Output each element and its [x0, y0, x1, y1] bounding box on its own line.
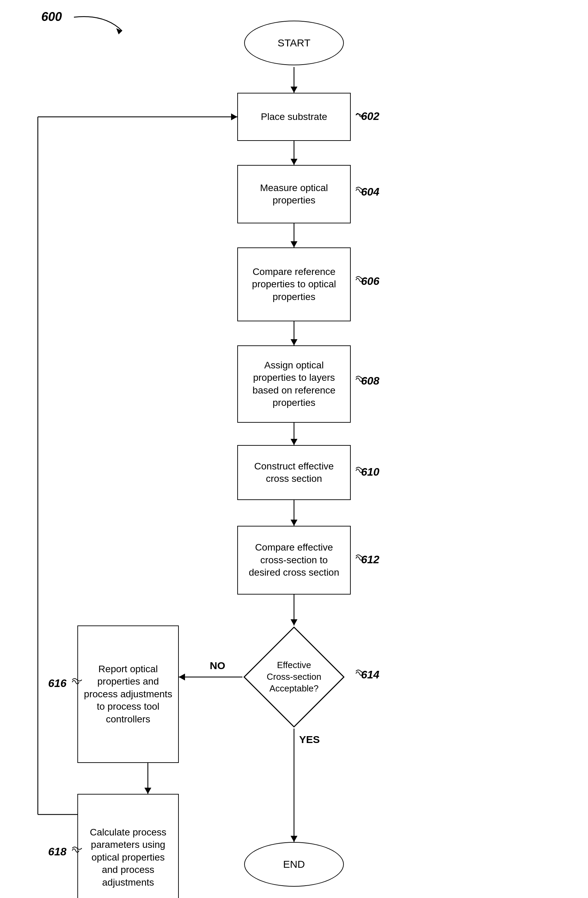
start-node: START	[244, 21, 344, 65]
step-616-box: Report optical properties and process ad…	[77, 626, 179, 763]
svg-marker-7	[291, 339, 297, 345]
flowchart-diagram: 600 START Place substrate 602 Measure op…	[0, 0, 588, 898]
svg-marker-19	[291, 836, 297, 842]
step-618-box: Calculate process parameters using optic…	[77, 794, 179, 898]
step-618-label: 618	[48, 846, 66, 858]
step-610-box: Construct effective cross section	[237, 445, 351, 500]
yes-label: YES	[299, 734, 320, 746]
no-label: NO	[210, 660, 225, 672]
svg-marker-17	[145, 788, 151, 794]
svg-marker-23	[231, 114, 237, 120]
svg-marker-15	[179, 674, 185, 680]
svg-marker-24	[116, 28, 122, 34]
svg-marker-1	[291, 87, 297, 93]
step-614-diamond: Effective Cross-section Acceptable?	[242, 626, 346, 729]
step-608-box: Assign optical properties to layers base…	[237, 345, 351, 423]
step-612-box: Compare effective cross-section to desir…	[237, 526, 351, 595]
svg-marker-11	[291, 520, 297, 526]
svg-marker-3	[291, 159, 297, 165]
step-616-label: 616	[48, 677, 66, 690]
end-node: END	[244, 842, 344, 887]
step-604-box: Measure optical properties	[237, 165, 351, 223]
step-602-box: Place substrate	[237, 93, 351, 141]
step-606-box: Compare reference properties to optical …	[237, 248, 351, 321]
svg-marker-5	[291, 241, 297, 248]
label-arrow	[53, 10, 157, 45]
svg-marker-13	[291, 619, 297, 626]
step-614-text: Effective Cross-section Acceptable?	[260, 660, 328, 694]
svg-marker-9	[291, 439, 297, 445]
